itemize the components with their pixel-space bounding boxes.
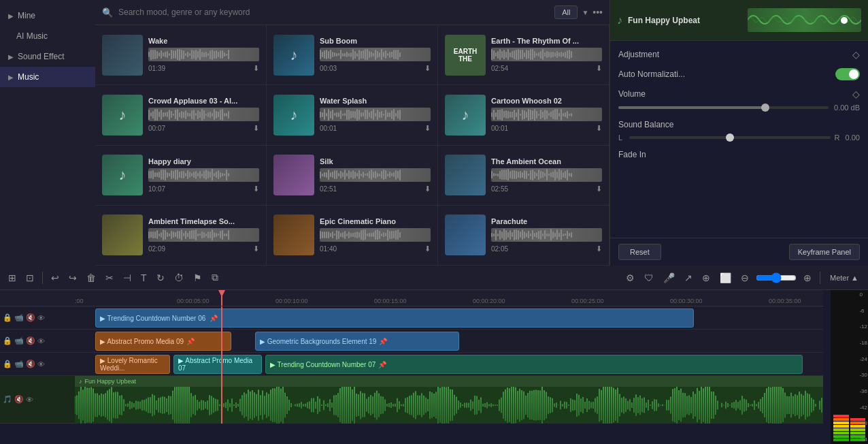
media-card-10[interactable]: Epic Cinematic Piano 01:40 ⬇ [267, 206, 438, 266]
reset-button[interactable]: Reset [618, 244, 661, 260]
pin-icon: 📌 [210, 315, 218, 322]
zoom-out-icon[interactable]: ⊖ [738, 271, 752, 285]
export-icon[interactable]: ↗ [682, 271, 695, 285]
audio-mute-icon[interactable]: 🔇 [14, 395, 24, 404]
scissors-icon[interactable]: ✂ [103, 271, 116, 285]
media-card-9[interactable]: Ambient Timelapse So... 02:09 ⬇ [95, 206, 267, 266]
download-icon-10[interactable]: ⬇ [424, 244, 431, 253]
adjustment-label: Adjustment [618, 50, 659, 59]
media-card-5[interactable]: ♪ Cartoon Whoosh 02 00:01 ⬇ [438, 85, 610, 145]
media-duration-0: 01:39 [148, 65, 165, 72]
media-waveform-2 [491, 48, 602, 61]
download-icon-8[interactable]: ⬇ [596, 185, 602, 193]
media-card-11[interactable]: Parachute 02:05 ⬇ [438, 206, 610, 266]
media-card-1[interactable]: ♪ Sub Boom 00:03 ⬇ [267, 25, 438, 85]
flag-icon[interactable]: ⚑ [190, 271, 205, 285]
audio-icon[interactable]: 🎵 [3, 395, 12, 404]
lock-icon-2[interactable]: 🔒 [3, 336, 12, 345]
media-card-3[interactable]: ♪ Crowd Applause 03 - Al... 00:07 ⬇ [95, 85, 267, 145]
sidebar-item-music[interactable]: ▶ Music [0, 67, 95, 87]
playhead[interactable] [221, 290, 222, 306]
lock-icon-3[interactable]: 🔒 [3, 360, 12, 368]
meter-button[interactable]: Meter ▲ [826, 272, 863, 283]
download-icon-7[interactable]: ⬇ [424, 185, 431, 193]
media-duration-7: 02:51 [320, 185, 337, 193]
track-clip-abstract-07[interactable]: ▶ Abstract Promo Media 07 [173, 355, 262, 374]
adjustment-row: Adjustment ◇ [618, 49, 860, 60]
auto-normalize-toggle[interactable] [835, 68, 860, 80]
sidebar-item-mine[interactable]: ▶ Mine [0, 5, 95, 26]
progress-thumb[interactable] [841, 17, 848, 24]
lock-icon[interactable]: 🔒 [3, 313, 12, 322]
audio-clip[interactable]: ♪ Fun Happy Upbeat [75, 376, 823, 424]
track-clip-abstract-09[interactable]: ▶ Abstract Promo Media 09 📌 [95, 332, 231, 351]
media-card-0[interactable]: Wake 01:39 ⬇ [95, 25, 267, 85]
redo-icon[interactable]: ↪ [66, 271, 80, 285]
zoom-in-icon[interactable]: ⊕ [801, 271, 814, 285]
right-panel: ♪ Fun Happy Upbeat Adjustment ◇ Auto Nor… [610, 0, 868, 266]
copy-icon[interactable]: ⧉ [209, 270, 221, 285]
track-clip-trending-06[interactable]: ▶ Trending Countdown Number 06 📌 [95, 308, 694, 328]
more-options-button[interactable]: ••• [592, 7, 603, 18]
video-icon-2[interactable]: 📹 [14, 336, 24, 345]
search-input[interactable] [118, 7, 549, 17]
clock-icon[interactable]: ⏱ [171, 271, 186, 285]
all-filter-button[interactable]: All [554, 5, 578, 19]
mute-icon-3[interactable]: 🔇 [26, 360, 35, 368]
download-icon-5[interactable]: ⬇ [596, 124, 602, 133]
balance-slider-track[interactable] [629, 136, 831, 139]
network-icon[interactable]: ⊕ [699, 271, 713, 285]
track-clip-lovely[interactable]: ▶ Lovely Romantic Weddi... [95, 355, 170, 374]
video-icon-1[interactable]: 📹 [14, 313, 24, 322]
eye-icon-3[interactable]: 👁 [37, 360, 45, 368]
diamond-icon[interactable]: ◇ [852, 49, 860, 60]
undo-icon[interactable]: ↩ [48, 271, 62, 285]
playhead-top [218, 290, 225, 297]
time-mark-6: 00:00:30:00 [670, 298, 703, 304]
keyframe-panel-button[interactable]: Keyframe Panel [789, 244, 860, 260]
volume-diamond-icon[interactable]: ◇ [852, 89, 860, 99]
mute-icon-1[interactable]: 🔇 [26, 313, 35, 322]
download-icon-9[interactable]: ⬇ [253, 244, 259, 253]
text-icon[interactable]: T [138, 271, 150, 285]
track-clip-geometric[interactable]: ▶ Geometric Backgrounds Element 19 📌 [255, 332, 459, 351]
magnet-icon[interactable]: ⊡ [23, 271, 37, 285]
sidebar-item-sound-effect[interactable]: ▶ Sound Effect [0, 46, 95, 67]
mic-icon[interactable]: 🎤 [661, 271, 678, 285]
vu-label-48: -48 [859, 420, 867, 426]
rotate-icon[interactable]: ↻ [154, 271, 167, 285]
balance-slider-thumb[interactable] [726, 133, 734, 142]
eye-icon-1[interactable]: 👁 [37, 314, 45, 322]
download-icon-3[interactable]: ⬇ [253, 124, 259, 133]
track-header-3: 🔒 📹 🔇 👁 [0, 353, 75, 376]
eye-icon-2[interactable]: 👁 [37, 337, 45, 345]
media-card-4[interactable]: ♪ Water Splash 00:01 ⬇ [267, 85, 438, 145]
video-icon-3[interactable]: 📹 [14, 360, 24, 368]
download-icon-2[interactable]: ⬇ [596, 64, 602, 73]
download-icon-1[interactable]: ⬇ [424, 64, 431, 73]
settings-icon[interactable]: ⚙ [623, 271, 637, 285]
zoom-slider[interactable] [756, 272, 797, 283]
toolbar-divider-1 [42, 272, 43, 284]
media-card-8[interactable]: The Ambient Ocean 02:55 ⬇ [438, 146, 610, 206]
audio-eye-icon[interactable]: 👁 [26, 396, 33, 404]
delete-icon[interactable]: 🗑 [84, 271, 99, 285]
screen-icon[interactable]: ⬜ [717, 271, 734, 285]
split-icon[interactable]: ⊣ [120, 271, 134, 285]
grid-icon[interactable]: ⊞ [5, 271, 19, 285]
track-clip-trending-07[interactable]: ▶ Trending Countdown Number 07 📌 [265, 355, 803, 374]
download-icon-11[interactable]: ⬇ [596, 244, 602, 253]
volume-slider-track[interactable] [618, 106, 829, 109]
volume-slider-thumb[interactable] [761, 104, 769, 112]
media-card-2[interactable]: EARTHTHE Earth - The Rhythm Of ... 02:54… [438, 25, 610, 85]
media-duration-3: 00:07 [148, 125, 165, 132]
shield-icon[interactable]: 🛡 [641, 271, 656, 285]
sidebar-item-ai-music[interactable]: AI Music [0, 26, 95, 46]
mute-icon-2[interactable]: 🔇 [26, 336, 35, 345]
media-card-7[interactable]: Silk 02:51 ⬇ [267, 146, 438, 206]
download-icon-4[interactable]: ⬇ [424, 124, 431, 133]
download-icon-0[interactable]: ⬇ [253, 64, 259, 73]
media-card-6[interactable]: ♪ Happy diary 10:07 ⬇ [95, 146, 267, 206]
balance-r-label: R [835, 133, 841, 142]
download-icon-6[interactable]: ⬇ [253, 185, 259, 193]
